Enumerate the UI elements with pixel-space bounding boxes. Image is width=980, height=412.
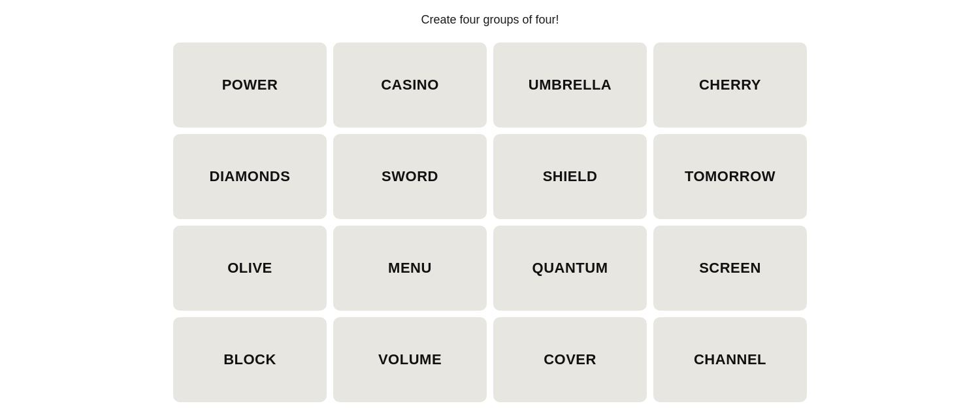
tile-label-olive: OLIVE — [227, 260, 272, 277]
tile-volume[interactable]: VOLUME — [333, 317, 487, 402]
tile-label-screen: SCREEN — [699, 260, 761, 277]
tile-quantum[interactable]: QUANTUM — [493, 226, 647, 311]
tile-diamonds[interactable]: DIAMONDS — [173, 134, 327, 219]
page-subtitle: Create four groups of four! — [421, 13, 559, 27]
tile-label-cover: COVER — [544, 351, 596, 368]
tile-tomorrow[interactable]: TOMORROW — [653, 134, 807, 219]
tile-label-block: BLOCK — [223, 351, 276, 368]
tile-label-shield: SHIELD — [543, 168, 598, 185]
tile-label-cherry: CHERRY — [699, 77, 761, 94]
tile-menu[interactable]: MENU — [333, 226, 487, 311]
tile-olive[interactable]: OLIVE — [173, 226, 327, 311]
tile-label-power: POWER — [222, 77, 278, 94]
tile-label-quantum: QUANTUM — [532, 260, 608, 277]
tile-screen[interactable]: SCREEN — [653, 226, 807, 311]
tile-power[interactable]: POWER — [173, 43, 327, 128]
tile-label-channel: CHANNEL — [694, 351, 766, 368]
tile-label-tomorrow: TOMORROW — [685, 168, 776, 185]
tile-shield[interactable]: SHIELD — [493, 134, 647, 219]
tile-label-sword: SWORD — [382, 168, 438, 185]
tile-casino[interactable]: CASINO — [333, 43, 487, 128]
tile-umbrella[interactable]: UMBRELLA — [493, 43, 647, 128]
tile-label-menu: MENU — [388, 260, 432, 277]
tile-label-casino: CASINO — [381, 77, 439, 94]
tile-sword[interactable]: SWORD — [333, 134, 487, 219]
tile-channel[interactable]: CHANNEL — [653, 317, 807, 402]
tile-label-diamonds: DIAMONDS — [210, 168, 291, 185]
tile-cover[interactable]: COVER — [493, 317, 647, 402]
word-grid: POWERCASINOUMBRELLACHERRYDIAMONDSSWORDSH… — [173, 43, 807, 402]
tile-cherry[interactable]: CHERRY — [653, 43, 807, 128]
tile-label-umbrella: UMBRELLA — [529, 77, 612, 94]
tile-block[interactable]: BLOCK — [173, 317, 327, 402]
tile-label-volume: VOLUME — [378, 351, 442, 368]
